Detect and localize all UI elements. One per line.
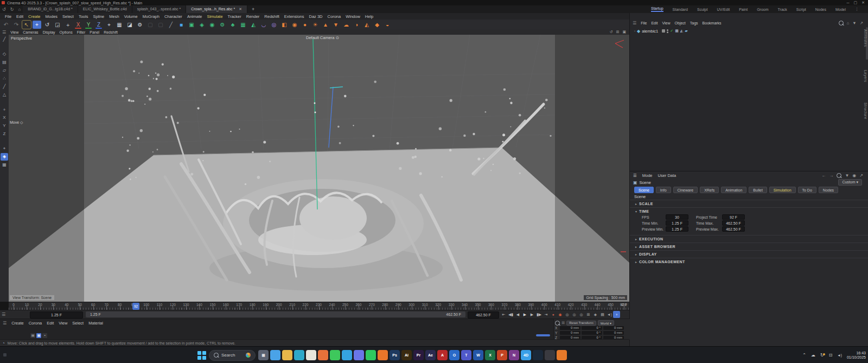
stage-icon[interactable]: ◒ — [383, 21, 392, 29]
add-cube-icon[interactable]: ■ — [177, 21, 186, 29]
environment-icon[interactable]: ◆ — [373, 21, 381, 29]
axis-handle-icon[interactable]: ＋ — [63, 21, 72, 29]
section-execution[interactable]: ▸EXECUTION — [630, 235, 868, 243]
volume-icon[interactable]: ▦ — [239, 21, 247, 29]
widgets-icon[interactable] — [270, 350, 280, 360]
menu-animate[interactable]: Animate — [187, 14, 202, 19]
material-menu-view[interactable]: View — [59, 321, 67, 326]
x-axis-lock-icon[interactable]: X — [1, 114, 8, 122]
layout-tab-paint[interactable]: Paint — [739, 8, 748, 11]
menu-character[interactable]: Character — [164, 14, 182, 19]
scale-value[interactable]: 0 mm — [603, 331, 624, 335]
layout-tab-standard[interactable]: Standard — [673, 8, 688, 11]
position-value[interactable]: 0 mm — [560, 331, 580, 335]
move-tool-icon[interactable]: + — [33, 21, 41, 29]
object-manager-menu-view[interactable]: View — [662, 21, 671, 25]
menu-modes[interactable]: Modes — [46, 14, 58, 19]
object-row[interactable]: • ◆ alembic1 ✓ ▦ ◭ ▰ — [634, 28, 688, 34]
model-mode-icon[interactable]: ◇ — [1, 50, 8, 58]
menu-redshift[interactable]: Redshift — [264, 14, 279, 19]
attribute-tab-scene[interactable]: Scene — [634, 187, 654, 193]
coordinate-space-dropdown[interactable]: World ▾ — [598, 320, 614, 326]
field-value[interactable]: 1.25 F — [666, 226, 688, 232]
layout-tab-script[interactable]: Script — [796, 8, 806, 11]
spotify-icon[interactable] — [366, 350, 376, 360]
workplane-mode-icon[interactable]: ▱ — [1, 67, 8, 74]
material-menu-corona[interactable]: Corona — [29, 321, 42, 326]
home-icon[interactable]: ⌂ — [18, 7, 21, 12]
forward-icon[interactable]: → — [829, 173, 833, 178]
section-caret-icon[interactable]: ▸ — [635, 202, 637, 206]
search-icon[interactable] — [839, 21, 844, 26]
z-axis-lock-icon[interactable]: Z — [1, 130, 8, 138]
sky-icon[interactable]: ☁ — [342, 21, 350, 29]
make-editable-icon[interactable]: ╱ — [1, 36, 8, 43]
side-tab-structure[interactable]: Structure — [864, 103, 867, 119]
frame-tag-icon[interactable]: ▰ — [685, 29, 687, 33]
section-display[interactable]: ▸DISPLAY — [630, 250, 868, 258]
keyframe-rotation-icon[interactable]: ◎ — [578, 311, 585, 318]
back-icon[interactable]: ← — [821, 173, 826, 178]
filter-icon[interactable]: ▼ — [852, 21, 856, 26]
rotation-value[interactable]: 0 ° — [582, 326, 602, 330]
menu-extensions[interactable]: Extensions — [284, 14, 304, 19]
attribute-tab-animation[interactable]: Animation — [721, 187, 746, 193]
pen-tool-icon[interactable]: ╱ — [167, 21, 175, 29]
previous-frame-icon[interactable]: ◀ — [514, 311, 521, 318]
side-tab-layers[interactable]: Layers — [864, 70, 867, 82]
section-caret-icon[interactable]: ▸ — [635, 252, 637, 256]
extrude-icon[interactable]: ◈ — [197, 21, 206, 29]
section-caret-icon[interactable]: ▾ — [635, 209, 637, 213]
menu-simulate[interactable]: Simulate — [207, 14, 222, 19]
autokeying-icon[interactable]: ◉ — [557, 311, 564, 318]
maximize-button[interactable]: ▢ — [854, 1, 858, 5]
rotate-tool-icon[interactable]: ↺ — [43, 21, 52, 29]
points-mode-icon[interactable]: ∴ — [1, 75, 8, 82]
section-scale[interactable]: ▸SCALE — [630, 200, 868, 207]
obs-icon[interactable] — [545, 350, 555, 360]
mograph-icon[interactable]: ♣ — [228, 21, 237, 29]
section-color-management[interactable]: ▸COLOR MANAGEMENT — [630, 258, 868, 265]
material-scrollbar[interactable] — [536, 334, 550, 336]
x-axis-icon[interactable]: X — [74, 21, 82, 29]
menu-spline[interactable]: Spline — [93, 14, 104, 19]
menu-daz3d[interactable]: Daz 3D — [309, 14, 323, 19]
layout-tab-model[interactable]: Model — [835, 8, 846, 11]
undo-icon[interactable]: ↺ — [2, 7, 6, 12]
object-name[interactable]: alembic1 — [642, 29, 658, 34]
undo-icon[interactable]: ↶ — [2, 21, 10, 29]
attribute-tab-xrefs[interactable]: XRefs — [700, 187, 719, 193]
taskbar-clock[interactable]: 16:4301/10/2025 — [847, 351, 866, 360]
list-view-icon[interactable]: ▤ — [30, 333, 35, 338]
object-manager-menu-tags[interactable]: Tags — [690, 21, 698, 25]
field-value[interactable]: 462.50 F — [722, 226, 745, 232]
next-key-icon[interactable]: ▮▶ — [535, 311, 542, 318]
material-icon[interactable]: ● — [301, 21, 309, 29]
playback-sound-icon[interactable]: ◄) — [606, 311, 613, 318]
disabled-tool-icon[interactable]: ▢ — [146, 21, 155, 29]
menu-volume[interactable]: Volume — [124, 14, 138, 19]
discord-icon[interactable] — [354, 350, 364, 360]
keyframe-scale-icon[interactable]: ◎ — [571, 311, 578, 318]
reset-transform-button[interactable]: Reset Transform — [566, 321, 596, 326]
viewport-menu-options[interactable]: Options — [60, 30, 73, 34]
cinema4d-icon[interactable]: 4D — [521, 350, 531, 360]
go-to-start-icon[interactable]: ⇤ — [500, 311, 507, 318]
file-explorer-icon[interactable] — [282, 350, 292, 360]
floor-icon[interactable]: ◭ — [362, 21, 371, 29]
y-axis-lock-icon[interactable]: Y — [1, 122, 8, 130]
section-caret-icon[interactable]: ▸ — [635, 260, 637, 264]
viewport-menu-panel[interactable]: Panel — [90, 30, 99, 34]
menu-help[interactable]: Help — [365, 14, 373, 19]
geometry-tag-icon[interactable]: ▦ — [675, 29, 679, 33]
material-menu-icon[interactable]: ☰ — [3, 321, 7, 326]
physical-sky-icon[interactable]: ◑ — [352, 21, 361, 29]
compact-view-icon[interactable]: ▪ — [42, 333, 47, 338]
menu-create[interactable]: Create — [28, 14, 41, 19]
excel-icon[interactable]: X — [485, 350, 495, 360]
minimize-button[interactable]: ─ — [847, 1, 850, 5]
viewport[interactable]: Perspective Default Camera ⊙ Move ◇ View… — [9, 35, 629, 302]
section-asset-browser[interactable]: ▸ASSET BROWSER — [630, 243, 868, 250]
teams-icon[interactable]: T — [461, 350, 471, 360]
play-icon[interactable]: ▶ — [521, 311, 528, 318]
